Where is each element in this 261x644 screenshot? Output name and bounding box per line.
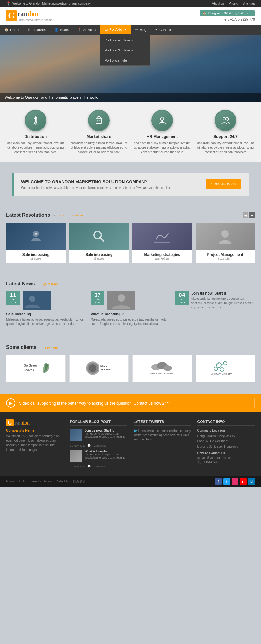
go-blogs-link[interactable]: go to blogs xyxy=(43,282,58,286)
distribution-icon xyxy=(25,110,46,131)
next-btn[interactable]: ▶ xyxy=(249,212,255,218)
news-item-0: 11 Jan 2013 Sale incresing Malesuada fam… xyxy=(6,291,86,326)
nav-link-contact[interactable]: ✉ Contact xyxy=(151,25,175,35)
svg-rect-11 xyxy=(154,242,170,243)
see-more-link[interactable]: see more xyxy=(45,346,58,349)
separator-2 xyxy=(0,332,261,338)
news-grid: 11 Jan 2013 Sale incresing Malesuada fam… xyxy=(6,291,255,326)
youtube-icon[interactable]: ▶ xyxy=(240,478,247,485)
resolution-title-2: Marketing strategies xyxy=(135,253,189,257)
resolution-title-1: Sale increasing xyxy=(72,253,127,257)
news-date-0: 11 Jan 2013 xyxy=(6,291,20,310)
footer-col-blog: POPULAR BLOG POST Join us now, Start It … xyxy=(70,420,128,468)
news-year-0: 2013 xyxy=(9,301,18,304)
email-item: ✉ you@yourdomain.com xyxy=(197,456,255,459)
svg-text:Leaves: Leaves xyxy=(24,368,34,372)
email-icon: ✉ xyxy=(197,456,200,459)
resolutions-section: Latest Resolutions - view all resolution… xyxy=(0,206,261,269)
footer-post-excerpt-0: Fames ac turpis egesda tas, vestibulum t… xyxy=(85,432,128,438)
instagram-icon[interactable]: in xyxy=(232,478,238,485)
portfolio-dropdown: Portfolio 4 columns Portfolio 3 columns … xyxy=(100,35,150,66)
feature-distribution: Distribution sed diam nonumy eirmod temp… xyxy=(6,110,65,154)
logo-subtitle: Business WordPress Theme xyxy=(18,18,53,21)
resolutions-grid: Sale increasing stragies Sale increasing… xyxy=(6,223,255,263)
welcome-banner-text: WELCOME TO GRANDON MARKETING SOLUTION CO… xyxy=(21,179,171,189)
twitter-icon[interactable]: t xyxy=(223,478,230,485)
client-logo-1: BLUE SPHERE xyxy=(82,360,116,376)
footer-desc: We suport 24/7, sed diam nonumy nibh eui… xyxy=(6,434,64,452)
linkedin-icon[interactable]: Li xyxy=(248,478,255,485)
tweets-title: LATEST TWEETS xyxy=(134,420,191,426)
nav-item-staffs[interactable]: 👤 Staffs xyxy=(50,25,73,35)
client-logo-0: Go Green Leaves xyxy=(21,360,51,376)
view-all-resolutions[interactable]: view all resolution xyxy=(59,214,83,217)
svg-text:BLUE: BLUE xyxy=(100,364,107,367)
portfolio-single[interactable]: Portfolio single xyxy=(100,55,150,66)
news-header: Latest News - go to blogs xyxy=(6,281,255,287)
news-img-block-0: 11 Jan 2013 xyxy=(6,291,86,310)
svg-line-10 xyxy=(100,238,104,241)
nav-link-portfolio[interactable]: 🗂 Portfolio ▼ xyxy=(100,25,131,34)
company-location-label: Company Location xyxy=(197,429,255,432)
sitemap-link[interactable]: Site map xyxy=(243,2,255,5)
welcome-message: 📍 Welcome to Grandon Marketing solution … xyxy=(6,1,91,6)
news-thumb-1 xyxy=(107,291,135,310)
nav-item-contact[interactable]: ✉ Contact xyxy=(151,25,175,35)
svg-text:CHILD COMMUNITY: CHILD COMMUNITY xyxy=(211,373,232,375)
nav-link-home[interactable]: 🏠 Home xyxy=(0,25,23,35)
divider xyxy=(254,398,255,408)
more-info-button[interactable]: ℹ MORE INFO xyxy=(206,179,241,189)
svg-text:SPHERE: SPHERE xyxy=(100,368,111,371)
footer-post-info-0: Join us now, Start It Fames ac turpis eg… xyxy=(85,429,128,438)
news-day-0: 11 xyxy=(9,292,18,298)
location-box: 🏠 Hong kong 32 street, Ladue city xyxy=(200,10,255,16)
prev-btn[interactable]: ◀ xyxy=(243,212,248,218)
nav-item-portfolio[interactable]: 🗂 Portfolio ▼ Portfolio 4 columns Portfo… xyxy=(100,25,131,35)
portfolio-4col[interactable]: Portfolio 4 columns xyxy=(100,35,150,45)
footer: G randon Company's Name We suport 24/7, … xyxy=(0,412,261,476)
footer-post-meta-0: 11 Nov 2012 💬 3 comments xyxy=(70,444,128,447)
svg-point-31 xyxy=(220,368,224,371)
about-link[interactable]: About us xyxy=(212,2,224,5)
nav-item-home[interactable]: 🏠 Home xyxy=(0,25,23,35)
nav-item-services[interactable]: 📍 Services xyxy=(73,25,100,35)
nav-link-blog[interactable]: ✏ Blog xyxy=(131,25,151,35)
svg-point-2 xyxy=(97,120,98,122)
facebook-icon[interactable]: f xyxy=(215,478,222,485)
pin-icon: 📍 xyxy=(6,1,11,6)
svg-rect-1 xyxy=(96,118,102,123)
feature-hr: HR Management sed diam nonumy eirmod tem… xyxy=(133,110,192,154)
home-icon: 🏠 xyxy=(203,12,206,15)
footer-col-brand: G randon Company's Name We suport 24/7, … xyxy=(6,420,64,468)
svg-point-14 xyxy=(29,296,35,302)
resolutions-title: Latest Resolutions xyxy=(6,212,50,218)
market-title: Market share xyxy=(69,134,128,139)
resolution-item: Sale increasing stragies xyxy=(69,223,129,263)
nav-link-features[interactable]: ⚙ Features xyxy=(23,25,50,35)
news-item-2: 04 Jan 2013 Join us now, Start it Malesu… xyxy=(175,291,255,326)
nav-link-services[interactable]: 📍 Services xyxy=(73,25,100,35)
logo-brand: randon xyxy=(18,10,38,17)
footer-post-thumb-0 xyxy=(70,429,82,441)
nav-link-staffs[interactable]: 👤 Staffs xyxy=(50,25,73,35)
footer-company-name: Company's Name xyxy=(6,429,64,432)
footer-post-excerpt-1: Fames ac turpis egesda tas, vestibulum t… xyxy=(85,453,128,459)
svg-point-4 xyxy=(161,117,164,120)
footer-logo-text: randon xyxy=(14,420,30,425)
distribution-desc: sed diam nonumy eirmod tempor invd unt u… xyxy=(6,141,65,154)
clients-header: Some clients - see more xyxy=(6,345,255,350)
nav-item-features[interactable]: ⚙ Features xyxy=(23,25,50,35)
client-item-2: Mistery Rainbow Stones xyxy=(132,355,192,382)
news-item-1: 07 Jan 2013 What is branding ? Malesuada… xyxy=(91,291,170,326)
svg-text:Mistery Rainbow Stones: Mistery Rainbow Stones xyxy=(150,372,173,375)
nav-item-blog[interactable]: ✏ Blog xyxy=(131,25,151,35)
feature-support: Support 24/7 sed diam nonumy eirmod temp… xyxy=(196,110,255,154)
pricing-link[interactable]: Pricing xyxy=(229,2,238,5)
phone-number: Tel : +1780-2225-779 xyxy=(200,17,255,21)
portfolio-3col[interactable]: Portfolio 3 columns xyxy=(100,45,150,55)
market-icon xyxy=(88,110,110,131)
clients-section: Some clients - see more Go Green Leaves xyxy=(0,338,261,388)
resolution-title-3: Project Management xyxy=(198,253,253,257)
news-title: Latest News xyxy=(6,281,35,287)
news-month-1: Jan xyxy=(93,298,102,301)
